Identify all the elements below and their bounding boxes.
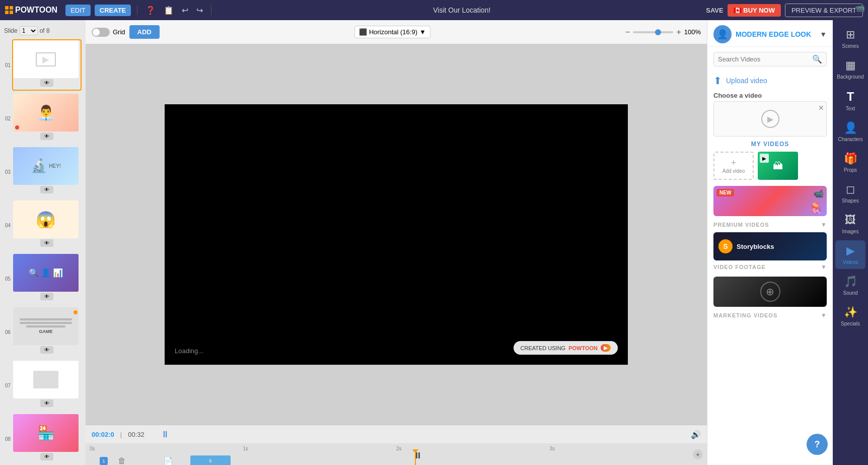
marketing-videos-section[interactable]: ⊕ xyxy=(713,277,827,307)
time-separator: | xyxy=(120,431,122,438)
avatar-icon: 👤 xyxy=(717,29,728,40)
slide-total: of 8 xyxy=(40,27,50,34)
save-button[interactable]: SAVE xyxy=(706,7,723,14)
add-button[interactable]: ADD xyxy=(129,25,160,39)
help-bubble[interactable]: ? xyxy=(807,434,828,455)
topbar: POWTOON EDIT CREATE ❓ 📋 ↩ ↪ Visit Our Lo… xyxy=(0,0,868,20)
slide-item-6[interactable]: 06 GAME 👁 xyxy=(12,306,82,358)
watermark-brand: POWTOON xyxy=(568,345,598,351)
slide-item-1[interactable]: 01 ▶ 👁 xyxy=(12,39,82,91)
premium-section-arrow[interactable]: ▼ xyxy=(821,221,827,228)
slide-panel: Slide 1234 5678 of 8 01 ▶ 👁 02 xyxy=(0,20,86,465)
notes-button[interactable]: 📋 xyxy=(162,4,176,17)
undo-button[interactable]: ↩ xyxy=(180,4,190,17)
background-label: Background xyxy=(837,74,863,80)
characters-icon: 👤 xyxy=(844,121,857,135)
slide-thumb-2: 👨‍💼 xyxy=(13,94,79,131)
sidebar-item-characters[interactable]: 👤 Characters xyxy=(835,117,865,146)
slide-nav: Slide 1234 5678 of 8 xyxy=(0,24,86,37)
ruler-3s: 3s xyxy=(550,446,555,451)
slide-item-5[interactable]: 05 🔍 👤 📊 👁 xyxy=(12,253,82,304)
video-thumb-1[interactable]: 🏔 ▶ xyxy=(758,152,798,180)
current-time: 00:02:0 xyxy=(92,431,114,438)
volume-button[interactable]: 🔊 xyxy=(691,430,701,439)
zoom-percent: 100% xyxy=(684,28,701,36)
video-upload-area[interactable]: ▶ ✕ xyxy=(713,101,827,137)
watermark-logo-icon: ▶ xyxy=(601,344,611,352)
sidebar-item-background[interactable]: ▦ Background xyxy=(835,55,865,84)
slide-5-view-button[interactable]: 👁 xyxy=(40,293,53,300)
slide-item-3[interactable]: 03 🔬 HEY! 👁 xyxy=(12,146,82,197)
timeline-items-row: 1 🗑 📄 5 xyxy=(90,453,703,465)
sidebar-item-specials[interactable]: ✨ Specials xyxy=(835,302,865,330)
sidebar-item-videos[interactable]: ▶ Videos xyxy=(835,240,865,269)
pause-button[interactable]: ⏸ xyxy=(161,429,170,440)
upload-video-row[interactable]: ⬆ Upload video xyxy=(707,72,833,90)
create-button[interactable]: CREATE xyxy=(95,5,131,16)
slide-2-view-button[interactable]: 👁 xyxy=(40,132,53,140)
search-bar: 🔍 xyxy=(713,52,827,67)
video-upload-play-icon: ▶ xyxy=(761,110,779,128)
add-video-label: Add video xyxy=(722,168,745,174)
zoom-minus-button[interactable]: − xyxy=(625,28,630,37)
sidebar-item-scenes[interactable]: ⊞ Scenes xyxy=(835,24,865,53)
timeline-marker-1[interactable]: 1 xyxy=(100,457,108,465)
timeline-trash-button[interactable]: 🗑 xyxy=(115,455,129,465)
slide-1-view-button[interactable]: 👁 xyxy=(40,79,53,87)
help-button[interactable]: ❓ xyxy=(143,4,158,17)
slide-number-2: 02 xyxy=(5,116,11,121)
slide-thumb-1: ▶ xyxy=(13,40,79,78)
sidebar-item-images[interactable]: 🖼 Images xyxy=(835,210,865,238)
storyblocks-section-arrow[interactable]: ▼ xyxy=(821,263,827,271)
slide-item-4[interactable]: 04 😱 👁 xyxy=(12,200,82,251)
choose-video-label: Choose a video xyxy=(707,90,833,101)
videos-icon: ▶ xyxy=(846,244,855,257)
slide-item-2[interactable]: 02 👨‍💼 👁 xyxy=(12,93,82,144)
edit-button[interactable]: EDIT xyxy=(65,5,91,16)
aspect-selector[interactable]: ⬛ Horizontal (16:9) ▼ xyxy=(354,26,430,38)
timeline-doc-button[interactable]: 📄 xyxy=(160,455,176,466)
search-button[interactable]: 🔍 xyxy=(812,54,822,64)
zoom-thumb xyxy=(655,29,661,35)
slide-8-view-button[interactable]: 👁 xyxy=(40,453,53,460)
slide-number-select[interactable]: 1234 5678 xyxy=(20,26,38,35)
video-search-input[interactable] xyxy=(718,55,812,63)
loading-text: Loading... xyxy=(175,347,203,355)
slide-3-view-button[interactable]: 👁 xyxy=(40,186,53,193)
sidebar-item-props[interactable]: 🎁 Props xyxy=(835,148,865,177)
slide-6-view-button[interactable]: 👁 xyxy=(40,346,53,354)
preview-export-button[interactable]: PREVIEW & EXPORT xyxy=(785,4,863,17)
zoom-plus-button[interactable]: + xyxy=(676,28,681,37)
main-canvas[interactable]: Loading... CREATED USING POWTOON ▶ xyxy=(165,104,628,365)
aspect-chevron-icon: ▼ xyxy=(419,28,426,36)
my-videos-label: MY VIDEOS xyxy=(707,137,833,150)
panel-collapse-button[interactable]: ▼ xyxy=(820,30,827,38)
presentation-title: Visit Our Location! xyxy=(222,6,702,14)
zoom-slider[interactable] xyxy=(633,31,673,33)
grid-toggle-switch[interactable] xyxy=(92,28,110,37)
timeline-add-button[interactable]: + xyxy=(693,449,703,459)
marketing-section-arrow[interactable]: ▼ xyxy=(821,312,827,319)
images-icon: 🖼 xyxy=(845,214,856,227)
sidebar-item-text[interactable]: T Text xyxy=(835,86,865,115)
premium-videos-section[interactable]: NEW 📹 🪼 xyxy=(713,186,827,216)
slide-4-view-button[interactable]: 👁 xyxy=(40,239,53,247)
slide-item-7[interactable]: 07 👁 xyxy=(12,360,82,411)
video-upload-close-button[interactable]: ✕ xyxy=(818,104,824,112)
slide-number-8: 08 xyxy=(5,436,11,442)
sidebar-item-sound[interactable]: 🎵 Sound xyxy=(835,271,865,300)
slide-item-8[interactable]: 08 🏪 👁 xyxy=(12,413,82,464)
slide-7-view-button[interactable]: 👁 xyxy=(40,400,53,407)
buy-now-button[interactable]: 🇨🇦 BUY NOW xyxy=(728,4,781,17)
main-layout: Slide 1234 5678 of 8 01 ▶ 👁 02 xyxy=(0,20,868,465)
add-video-card[interactable]: + Add video xyxy=(713,152,754,180)
sidebar-item-shapes[interactable]: ◻ Shapes xyxy=(835,179,865,208)
storyblocks-section[interactable]: S Storyblocks 📹 xyxy=(713,232,827,260)
specials-icon: ✨ xyxy=(844,306,857,319)
redo-button[interactable]: ↪ xyxy=(194,4,205,17)
far-right-sidebar: ⊞ Scenes ▦ Background T Text 👤 Character… xyxy=(833,20,868,465)
timeline-track: 0s 1s 2s 3s 1 🗑 📄 5 xyxy=(86,443,707,465)
props-icon: 🎁 xyxy=(844,152,857,165)
slide-thumb-6: GAME xyxy=(13,307,79,345)
playhead[interactable] xyxy=(415,453,416,465)
